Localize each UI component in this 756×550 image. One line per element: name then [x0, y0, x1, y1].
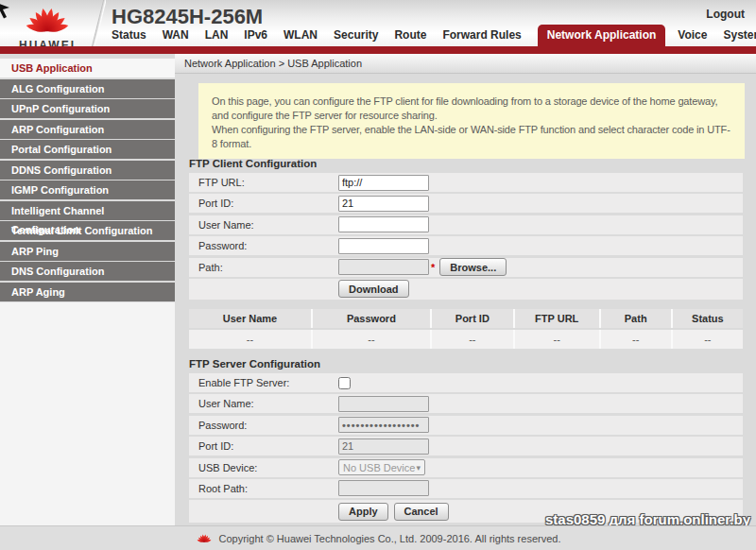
sidebar-item-igmp-configuration[interactable]: IGMP Configuration — [0, 180, 175, 199]
header-divider — [91, 0, 106, 51]
col-ftp-url: FTP URL — [513, 309, 599, 328]
client-password-input[interactable] — [338, 238, 429, 254]
tab-wan[interactable]: WAN — [163, 25, 189, 46]
sidebar-item-alg-configuration[interactable]: ALG Configuration — [0, 79, 175, 98]
client-username-label: User Name: — [189, 219, 338, 231]
server-username-label: User Name: — [189, 398, 338, 409]
sidebar-item-arp-ping[interactable]: ARP Ping — [0, 242, 175, 261]
tab-forward-rules[interactable]: Forward Rules — [442, 25, 521, 46]
browse-button[interactable]: Browse... — [439, 258, 507, 276]
server-password-input — [338, 417, 429, 433]
ftp-server-form: Enable FTP Server: User Name: Password: … — [189, 373, 743, 523]
required-asterisk: * — [431, 262, 435, 273]
footer: Copyright © Huawei Technologies Co., Ltd… — [0, 525, 756, 550]
logout-button[interactable]: Logout — [706, 8, 745, 21]
col-port-id: Port ID — [430, 309, 513, 328]
cell-password: -- — [311, 330, 430, 349]
sidebar-item-ddns-configuration[interactable]: DDNS Configuration — [0, 161, 175, 180]
ftp-client-form: FTP URL: Port ID: User Name: Password: P… — [189, 173, 743, 300]
ftp-client-section-title: FTP Client Configuration — [189, 158, 317, 169]
col-password: Password — [311, 309, 430, 328]
root-path-label: Root Path: — [189, 483, 338, 494]
root-path-row: Root Path: — [189, 479, 743, 498]
enable-ftp-server-checkbox[interactable] — [338, 377, 351, 389]
col-user-name: User Name — [189, 309, 311, 328]
root-path-input — [338, 480, 429, 496]
client-username-row: User Name: — [189, 215, 743, 234]
server-port-input — [338, 438, 429, 455]
client-path-label: Path: — [189, 262, 338, 273]
huawei-flower-icon — [26, 8, 69, 34]
client-path-row: Path: * Browse... — [189, 258, 743, 277]
tab-ipv6[interactable]: IPv6 — [244, 25, 267, 46]
tab-lan[interactable]: LAN — [205, 25, 229, 46]
header: HUAWEI HG8245H-256M Logout Status WAN LA… — [0, 0, 756, 46]
usb-device-selected-value: No USB Device — [343, 462, 415, 473]
sidebar-panel — [0, 302, 175, 525]
table-header-row: User Name Password Port ID FTP URL Path … — [189, 309, 743, 328]
sidebar-item-portal-configuration[interactable]: Portal Configuration — [0, 140, 175, 159]
sidebar-item-arp-aging[interactable]: ARP Aging — [0, 283, 175, 301]
breadcrumb: Network Application > USB Application — [175, 54, 756, 74]
table-row: -- -- -- -- -- -- — [189, 330, 743, 349]
info-line-2: When configuring the FTP server, enable … — [212, 123, 733, 151]
client-port-row: Port ID: — [189, 194, 743, 213]
download-button[interactable]: Download — [338, 280, 409, 298]
ftp-url-input[interactable] — [338, 175, 429, 191]
ftp-server-section-title: FTP Server Configuration — [189, 358, 320, 370]
chevron-down-icon: ▾ — [416, 463, 421, 473]
huawei-logo: HUAWEI — [9, 3, 85, 52]
client-password-label: Password: — [189, 240, 338, 251]
server-password-label: Password: — [189, 420, 338, 431]
mouse-cursor-arrow — [0, 2, 14, 21]
tab-voice[interactable]: Voice — [678, 25, 707, 46]
sidebar-item-intelligent-channel-configuration[interactable]: Intelligent Channel Configuration — [0, 201, 175, 220]
usb-device-row: USB Device: No USB Device ▾ — [189, 458, 743, 477]
client-username-input[interactable] — [338, 216, 429, 232]
cell-user-name: -- — [189, 330, 311, 349]
server-username-row: User Name: — [189, 394, 743, 413]
main-nav: Status WAN LAN IPv6 WLAN Security Route … — [112, 22, 756, 46]
sidebar-item-arp-configuration[interactable]: ARP Configuration — [0, 120, 175, 139]
footer-huawei-logo-icon — [196, 532, 213, 544]
cell-status: -- — [671, 330, 743, 349]
cancel-button[interactable]: Cancel — [394, 503, 449, 521]
client-port-input[interactable] — [338, 196, 429, 212]
client-path-input — [338, 259, 429, 275]
server-password-row: Password: — [189, 416, 743, 435]
tab-system-tools[interactable]: System Tools — [723, 25, 756, 46]
info-line-1: On this page, you can configure the FTP … — [212, 95, 733, 123]
ftp-url-label: FTP URL: — [189, 177, 338, 188]
server-port-row: Port ID: — [189, 437, 743, 455]
client-port-label: Port ID: — [189, 198, 338, 209]
col-path: Path — [599, 309, 671, 328]
enable-ftp-server-label: Enable FTP Server: — [189, 377, 338, 388]
sidebar: USB Application ALG Configuration UPnP C… — [0, 59, 175, 302]
sidebar-item-upnp-configuration[interactable]: UPnP Configuration — [0, 99, 175, 118]
sidebar-item-dns-configuration[interactable]: DNS Configuration — [0, 262, 175, 281]
tab-network-application[interactable]: Network Application — [538, 25, 666, 46]
enable-ftp-server-row: Enable FTP Server: — [189, 373, 743, 392]
server-username-input — [338, 396, 429, 412]
cell-port-id: -- — [430, 330, 513, 349]
ftp-url-row: FTP URL: — [189, 173, 743, 192]
info-box: On this page, you can configure the FTP … — [198, 83, 745, 159]
sidebar-item-usb-application[interactable]: USB Application — [0, 59, 175, 77]
sidebar-item-terminal-limit-configuration[interactable]: Terminal Limit Configuration — [0, 221, 175, 240]
tab-route[interactable]: Route — [394, 25, 426, 46]
client-password-row: Password: — [189, 236, 743, 255]
col-status: Status — [671, 309, 743, 328]
usb-device-label: USB Device: — [189, 462, 338, 473]
cell-ftp-url: -- — [513, 330, 599, 349]
cell-path: -- — [599, 330, 671, 349]
usb-device-select[interactable]: No USB Device ▾ — [338, 459, 425, 475]
apply-button[interactable]: Apply — [338, 503, 388, 521]
tab-wlan[interactable]: WLAN — [284, 25, 318, 46]
accent-bar — [0, 46, 756, 54]
tab-security[interactable]: Security — [334, 25, 378, 46]
ftp-status-table: User Name Password Port ID FTP URL Path … — [189, 309, 743, 351]
copyright-text: Copyright © Huawei Technologies Co., Ltd… — [219, 533, 561, 544]
server-port-label: Port ID: — [189, 440, 338, 452]
download-row: Download — [189, 279, 743, 300]
tab-status[interactable]: Status — [112, 25, 146, 46]
